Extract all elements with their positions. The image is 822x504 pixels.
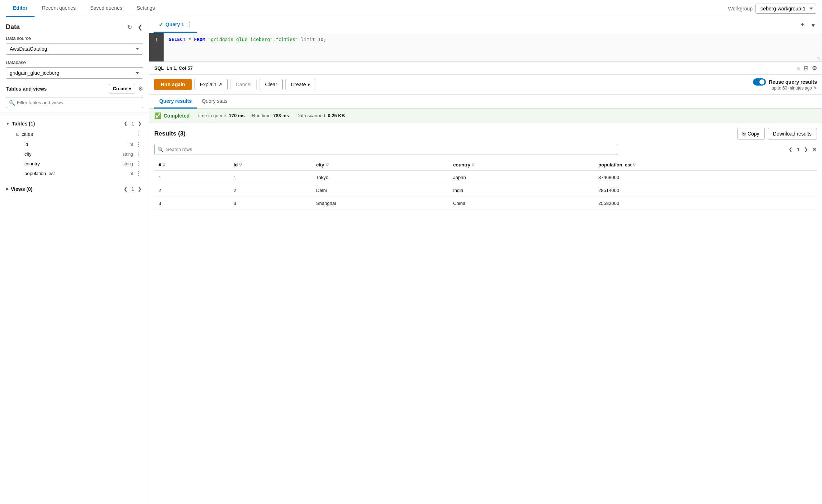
table-item-cities[interactable]: ⊡ cities ⋮	[6, 128, 143, 139]
top-navigation: Editor Recent queries Saved queries Sett…	[0, 0, 822, 17]
views-section: ▶ Views (0) ❮ 1 ❯	[0, 181, 149, 197]
copy-button[interactable]: ⎘ Copy	[737, 128, 765, 139]
tab-saved-queries[interactable]: Saved queries	[83, 0, 130, 17]
cell-country: India	[449, 184, 594, 197]
table-view-icon[interactable]: ⊞	[804, 65, 808, 72]
tables-next-btn[interactable]: ❯	[136, 120, 143, 127]
cities-more-icon[interactable]: ⋮	[134, 130, 143, 137]
code-content[interactable]: SELECT * FROM "gridgain_glue_iceberg"."c…	[164, 33, 822, 61]
sort-icon-rownum[interactable]: ▽	[163, 163, 165, 167]
cell-city: Shanghai	[312, 197, 449, 210]
clear-button[interactable]: Clear	[260, 79, 282, 90]
table-row: 2 2 Delhi India 28514000	[154, 184, 817, 197]
workgroup-select[interactable]: iceberg-workgroup-1	[755, 4, 816, 14]
cell-country: Japan	[449, 171, 594, 184]
views-section-header[interactable]: ▶ Views (0) ❮ 1 ❯	[6, 184, 143, 194]
cell-city: Delhi	[312, 184, 449, 197]
id-more-icon[interactable]: ⋮	[134, 141, 143, 148]
sort-icon-city[interactable]: ▽	[326, 163, 329, 167]
cell-country: China	[449, 197, 594, 210]
tab-recent-queries[interactable]: Recent queries	[35, 0, 83, 17]
sort-icon-id[interactable]: ▽	[239, 163, 242, 167]
explain-button[interactable]: Explain ↗	[195, 79, 228, 90]
sort-icon-population[interactable]: ▽	[633, 163, 636, 167]
cell-rownum: 3	[154, 197, 229, 210]
tables-settings-icon[interactable]: ⚙	[138, 85, 143, 92]
population-more-icon[interactable]: ⋮	[134, 170, 143, 177]
filter-tables-input[interactable]	[6, 97, 143, 108]
data-scanned: Data scanned: 0.25 KB	[296, 113, 345, 118]
views-chevron-icon: ▶	[6, 187, 9, 191]
query-tab-dropdown-icon[interactable]: ▾	[809, 20, 818, 31]
tables-section-header[interactable]: ▼ Tables (1) ❮ 1 ❯	[6, 119, 143, 128]
query-tab-actions: + ▾	[798, 20, 818, 31]
sort-icon-country[interactable]: ▽	[472, 163, 475, 167]
results-settings-icon[interactable]: ⚙	[812, 147, 817, 152]
create-button[interactable]: Create ▾	[286, 79, 315, 90]
editor-toolbar: SQL Ln 1, Col 57 ≡ ⊞ ⚙	[149, 62, 822, 75]
create-table-button[interactable]: Create ▾	[109, 84, 135, 93]
cell-city: Tokyo	[312, 171, 449, 184]
cancel-button: Cancel	[230, 79, 257, 90]
query-success-icon: ✓	[159, 21, 163, 28]
settings-icon[interactable]: ⚙	[812, 65, 817, 72]
tables-views-title: Tables and views	[6, 86, 47, 92]
tab-editor[interactable]: Editor	[6, 0, 35, 17]
col-header-id: id ▽	[229, 159, 312, 171]
results-title: Results (3)	[154, 130, 186, 137]
col-header-population: population_est ▽	[594, 159, 817, 171]
database-label: Database	[6, 60, 143, 65]
tab-query-stats[interactable]: Query stats	[197, 95, 233, 109]
nav-tabs: Editor Recent queries Saved queries Sett…	[6, 0, 728, 17]
collapse-icon[interactable]: ❮	[137, 23, 143, 31]
tab-settings[interactable]: Settings	[129, 0, 162, 17]
copy-icon: ⎘	[743, 131, 745, 137]
tables-prev-btn[interactable]: ❮	[122, 120, 129, 127]
results-actions: ⎘ Copy Download results	[737, 128, 817, 139]
action-bar: Run again Explain ↗ Cancel Clear Create …	[149, 75, 822, 95]
filter-search-icon: 🔍	[9, 100, 15, 106]
datasource-select[interactable]: AwsDataCatalog	[6, 43, 143, 55]
tables-views-actions: Create ▾ ⚙	[109, 84, 143, 93]
results-next-btn[interactable]: ❯	[803, 146, 809, 153]
code-editor: 1 SELECT * FROM "gridgain_glue_iceberg".…	[149, 33, 822, 62]
cell-population: 37468000	[594, 171, 817, 184]
column-city: city string ⋮	[6, 149, 143, 159]
reuse-edit-icon[interactable]: ✎	[813, 86, 817, 91]
city-more-icon[interactable]: ⋮	[134, 151, 143, 157]
query-tabs-bar: ✓ Query 1 ⋮ + ▾	[149, 17, 822, 33]
reuse-toggle[interactable]	[753, 78, 766, 86]
views-prev-btn[interactable]: ❮	[122, 185, 129, 192]
reuse-sub: up to 60 minutes ago ✎	[772, 86, 817, 91]
tables-section: ▼ Tables (1) ❮ 1 ❯ ⊡ cities ⋮	[0, 116, 149, 181]
query-tab-1[interactable]: ✓ Query 1 ⋮	[154, 17, 197, 33]
left-header: Data ↻ ❮ Data source AwsDataCatalog Data…	[0, 17, 149, 113]
table-row: 1 1 Tokyo Japan 37468000	[154, 171, 817, 184]
download-results-button[interactable]: Download results	[768, 128, 817, 139]
results-header: Results (3) ⎘ Copy Download results	[154, 128, 817, 139]
tables-chevron-icon: ▼	[6, 122, 10, 126]
tab-query-results[interactable]: Query results	[154, 95, 197, 109]
results-tabs: Query results Query stats	[149, 95, 822, 109]
views-next-btn[interactable]: ❯	[136, 185, 143, 192]
results-area: Results (3) ⎘ Copy Download results 🔍 ❮ …	[149, 123, 822, 504]
editor-icon-group: ≡ ⊞ ⚙	[797, 65, 817, 72]
run-again-button[interactable]: Run again	[154, 79, 192, 90]
add-query-tab-button[interactable]: +	[798, 20, 807, 31]
results-prev-btn[interactable]: ❮	[787, 146, 794, 153]
header-icons: ↻ ❮	[127, 23, 143, 31]
editor-meta: SQL Ln 1, Col 57	[154, 65, 794, 71]
country-more-icon[interactable]: ⋮	[134, 160, 143, 167]
query-tab-menu-icon[interactable]: ⋮	[186, 21, 192, 28]
status-completed: ✅ Completed	[154, 112, 189, 119]
refresh-icon[interactable]: ↻	[127, 23, 133, 31]
cell-population: 28514000	[594, 184, 817, 197]
format-icon[interactable]: ≡	[797, 65, 800, 72]
column-population-est: population_est int ⋮	[6, 169, 143, 178]
cell-id: 2	[229, 184, 312, 197]
line-number: 1	[149, 33, 164, 61]
table-name-cities: cities	[22, 131, 33, 137]
col-header-city: city ▽	[312, 159, 449, 171]
database-select[interactable]: gridgain_glue_iceberg	[6, 67, 143, 79]
search-rows-input[interactable]	[154, 144, 618, 155]
